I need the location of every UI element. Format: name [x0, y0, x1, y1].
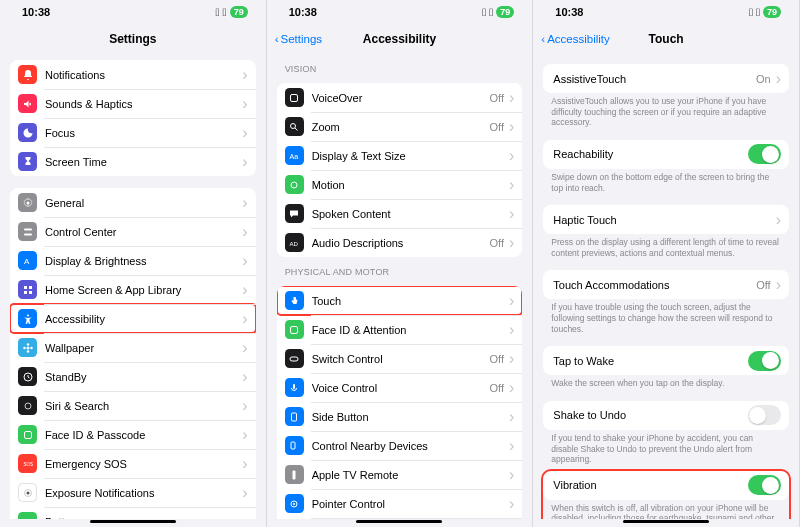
- row-nearby-devices[interactable]: Control Nearby Devices›: [277, 431, 523, 460]
- group-shake: Shake to Undo: [543, 401, 789, 430]
- home-indicator[interactable]: [90, 520, 176, 524]
- svg-rect-6: [24, 291, 27, 294]
- row-general[interactable]: General›: [10, 188, 256, 217]
- chevron-icon: ›: [509, 147, 514, 165]
- row-vibration[interactable]: Vibration: [543, 471, 789, 500]
- voiceover-icon: [285, 88, 304, 107]
- toggle-reachability[interactable]: [748, 144, 781, 164]
- label: Motion: [312, 179, 504, 191]
- row-audio-descriptions[interactable]: ADAudio DescriptionsOff›: [277, 228, 523, 257]
- svg-point-25: [291, 182, 297, 188]
- voice-icon: [285, 378, 304, 397]
- settings-list[interactable]: Notifications› Sounds & Haptics› Focus› …: [0, 54, 266, 519]
- row-wallpaper[interactable]: Wallpaper›: [10, 333, 256, 362]
- speaker-icon: [18, 94, 37, 113]
- row-zoom[interactable]: ZoomOff›: [277, 112, 523, 141]
- row-faceid-attention[interactable]: Face ID & Attention›: [277, 315, 523, 344]
- row-accessibility[interactable]: Accessibility›: [10, 304, 256, 333]
- status-right: 􀙇 􀙈 79: [482, 6, 514, 18]
- home-indicator[interactable]: [623, 520, 709, 524]
- row-standby[interactable]: StandBy›: [10, 362, 256, 391]
- footer-accom: If you have trouble using the touch scre…: [543, 299, 789, 340]
- row-voice-control[interactable]: Voice ControlOff›: [277, 373, 523, 402]
- group-accom: Touch AccommodationsOff›: [543, 270, 789, 299]
- label: Side Button: [312, 411, 504, 423]
- row-voiceover[interactable]: VoiceOverOff›: [277, 83, 523, 112]
- group-tap: Tap to Wake: [543, 346, 789, 375]
- row-touch-accommodations[interactable]: Touch AccommodationsOff›: [543, 270, 789, 299]
- text-size-icon: A: [18, 251, 37, 270]
- row-switch-control[interactable]: Switch ControlOff›: [277, 344, 523, 373]
- group-vibration: Vibration: [543, 471, 789, 500]
- toggle-vibration[interactable]: [748, 475, 781, 495]
- faceid-icon: [285, 320, 304, 339]
- chevron-icon: ›: [776, 211, 781, 229]
- row-pointer-control[interactable]: Pointer Control›: [277, 489, 523, 518]
- row-control-center[interactable]: Control Center›: [10, 217, 256, 246]
- toggles-icon: [18, 222, 37, 241]
- label: General: [45, 197, 237, 209]
- settings-pane: 10:38 􀙇 􀙈 79 Settings Notifications› Sou…: [0, 0, 267, 527]
- label: Focus: [45, 127, 237, 139]
- label: Switch Control: [312, 353, 486, 365]
- toggle-tap-to-wake[interactable]: [748, 351, 781, 371]
- row-faceid[interactable]: Face ID & Passcode›: [10, 420, 256, 449]
- chevron-icon: ›: [242, 252, 247, 270]
- row-side-button[interactable]: Side Button›: [277, 402, 523, 431]
- chevron-icon: ›: [776, 276, 781, 294]
- row-display-brightness[interactable]: ADisplay & Brightness›: [10, 246, 256, 275]
- row-screen-time[interactable]: Screen Time›: [10, 147, 256, 176]
- accessibility-list[interactable]: VISION VoiceOverOff› ZoomOff› AaDisplay …: [267, 54, 533, 519]
- row-shake-to-undo[interactable]: Shake to Undo: [543, 401, 789, 430]
- label: Screen Time: [45, 156, 237, 168]
- svg-point-18: [26, 491, 29, 494]
- value: Off: [490, 92, 504, 104]
- row-touch[interactable]: Touch›: [277, 286, 523, 315]
- svg-rect-28: [290, 357, 298, 361]
- row-siri[interactable]: Siri & Search›: [10, 391, 256, 420]
- svg-rect-5: [29, 286, 32, 289]
- row-reachability[interactable]: Reachability: [543, 140, 789, 169]
- row-focus[interactable]: Focus›: [10, 118, 256, 147]
- zoom-icon: [285, 117, 304, 136]
- row-motion[interactable]: Motion›: [277, 170, 523, 199]
- touch-list[interactable]: AssistiveTouchOn› AssistiveTouch allows …: [533, 54, 799, 519]
- row-emergency-sos[interactable]: SOSEmergency SOS›: [10, 449, 256, 478]
- row-display-text-size[interactable]: AaDisplay & Text Size›: [277, 141, 523, 170]
- row-notifications[interactable]: Notifications›: [10, 60, 256, 89]
- group-general: General› Control Center› ADisplay & Brig…: [10, 188, 256, 519]
- svg-rect-31: [291, 442, 295, 449]
- faceid-icon: [18, 425, 37, 444]
- chevron-icon: ›: [509, 321, 514, 339]
- back-button[interactable]: ‹Settings: [275, 33, 322, 45]
- toggle-shake-to-undo[interactable]: [748, 405, 781, 425]
- row-home-screen[interactable]: Home Screen & App Library›: [10, 275, 256, 304]
- page-title: Touch: [649, 32, 684, 46]
- label: StandBy: [45, 371, 237, 383]
- home-indicator[interactable]: [356, 520, 442, 524]
- value: Off: [490, 121, 504, 133]
- pointer-icon: [285, 494, 304, 513]
- status-time: 10:38: [289, 6, 317, 18]
- back-button[interactable]: ‹Accessibility: [541, 33, 609, 45]
- row-assistive-touch[interactable]: AssistiveTouchOn›: [543, 64, 789, 93]
- row-exposure[interactable]: Exposure Notifications›: [10, 478, 256, 507]
- nav-bar: Settings: [0, 24, 266, 54]
- chevron-icon: ›: [242, 339, 247, 357]
- row-spoken-content[interactable]: Spoken Content›: [277, 199, 523, 228]
- row-battery[interactable]: Battery›: [10, 507, 256, 519]
- status-bar: 10:38 􀙇 􀙈 79: [0, 0, 266, 24]
- svg-point-34: [293, 503, 295, 505]
- row-apple-tv-remote[interactable]: Apple TV Remote›: [277, 460, 523, 489]
- svg-point-8: [27, 314, 29, 316]
- row-tap-to-wake[interactable]: Tap to Wake: [543, 346, 789, 375]
- label: Face ID & Attention: [312, 324, 504, 336]
- flower-icon: [18, 338, 37, 357]
- row-sounds-haptics[interactable]: Sounds & Haptics›: [10, 89, 256, 118]
- siri-icon: [18, 396, 37, 415]
- switch-icon: [285, 349, 304, 368]
- label: Apple TV Remote: [312, 469, 504, 481]
- row-haptic-touch[interactable]: Haptic Touch›: [543, 205, 789, 234]
- nav-bar: ‹Settings Accessibility: [267, 24, 533, 54]
- chevron-icon: ›: [509, 89, 514, 107]
